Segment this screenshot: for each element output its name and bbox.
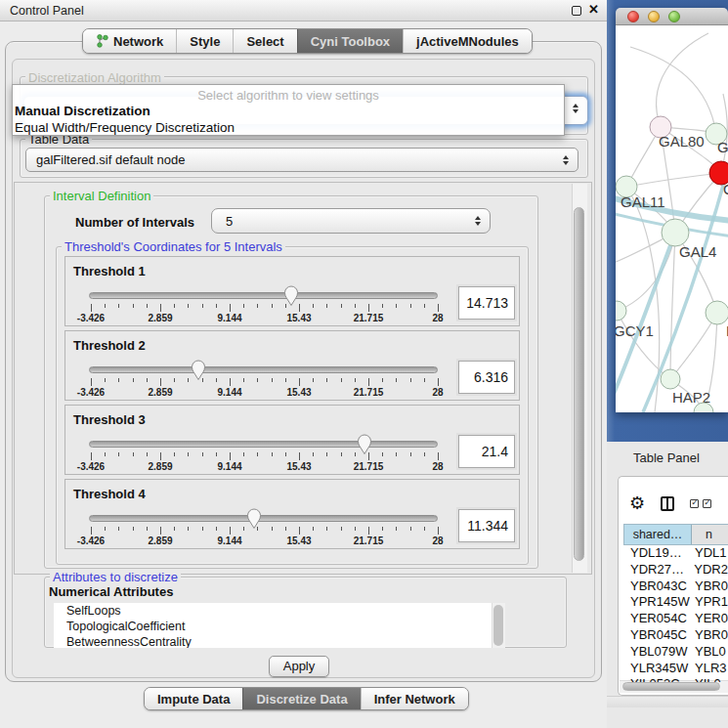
close-traffic-light-icon[interactable] [627, 11, 639, 22]
slider-tick [216, 378, 217, 382]
slider-tick [105, 304, 106, 308]
slider-thumb[interactable] [283, 284, 299, 307]
network-node-hap2[interactable] [661, 369, 680, 389]
network-window[interactable]: GAL80GACGAL11GAL4GCY1HHAP2 [616, 8, 728, 412]
table-row[interactable]: YBR043CYBR0 [623, 578, 728, 595]
table-hscrollbar-thumb[interactable] [622, 682, 720, 691]
threshold-value-field[interactable]: 11.344 [458, 509, 515, 542]
slider-thumb[interactable] [246, 507, 262, 530]
network-node-gal4[interactable] [662, 219, 689, 246]
attribute-list-item[interactable]: SelfLoops [54, 603, 505, 619]
slider-track[interactable] [89, 292, 438, 299]
slider-tick [160, 527, 161, 535]
slider-tick [438, 378, 439, 386]
threshold-value-field[interactable]: 21.4 [458, 435, 515, 468]
attributes-scrollbar-thumb[interactable] [493, 605, 503, 646]
tab-infer-network[interactable]: Infer Network [361, 688, 468, 709]
split-columns-icon[interactable] [661, 496, 674, 511]
slider-thumb[interactable] [357, 433, 372, 455]
slider-thumb[interactable] [191, 359, 206, 381]
network-canvas[interactable]: GAL80GACGAL11GAL4GCY1HHAP2 [616, 25, 728, 412]
numerical-attributes-list[interactable]: SelfLoopsTopologicalCoefficientBetweenne… [54, 603, 505, 648]
slider-tick [133, 304, 134, 308]
attribute-list-item[interactable]: TopologicalCoefficient [54, 619, 505, 634]
table-cell[interactable]: YER054C [623, 611, 692, 627]
network-window-titlebar [616, 8, 728, 25]
table-cell[interactable]: YLR3 [692, 661, 728, 677]
table-row[interactable]: YLR345WYLR3 [623, 661, 728, 677]
slider-tick [174, 304, 175, 308]
table-data-combobox[interactable]: galFiltered.sif default node [25, 148, 578, 172]
table-cell[interactable]: YLR345W [623, 661, 692, 677]
tab-network[interactable]: Network [83, 29, 176, 53]
table-cell[interactable]: YBR043C [623, 578, 692, 595]
algorithm-group-title: Discretization Algorithm [25, 70, 164, 85]
tab-impute-data[interactable]: Impute Data [145, 688, 242, 709]
slider-track[interactable] [89, 366, 438, 373]
column-header-shared-name[interactable]: shared… [624, 525, 692, 544]
network-node-gcy1[interactable] [616, 301, 626, 321]
table-cell[interactable]: YDL1 [692, 545, 728, 562]
table-row[interactable]: YDR27…YDR2 [623, 562, 728, 578]
slider-track[interactable] [89, 441, 438, 448]
attribute-list-item[interactable]: BetweennessCentrality [54, 634, 505, 648]
slider-tick [118, 527, 119, 531]
table-cell[interactable]: YBL0 [692, 644, 728, 661]
checkbox-icon[interactable] [703, 499, 711, 508]
table-cell[interactable]: YPR145W [623, 594, 692, 611]
slider-tick [230, 527, 231, 535]
network-edge [626, 173, 721, 187]
gear-icon[interactable]: ⚙ [629, 494, 645, 512]
slider-tick [382, 304, 383, 308]
table-cell[interactable]: YBR0 [692, 627, 728, 644]
table-cell[interactable]: YBR0 [692, 578, 728, 595]
table-row[interactable]: YIL053CYIL0 [623, 676, 728, 682]
table-row[interactable]: YER054CYER0 [623, 611, 728, 627]
dropdown-item-equal-width[interactable]: Equal Width/Frequency Discretization [13, 119, 564, 136]
table-cell[interactable]: YDL19… [623, 545, 692, 562]
table-cell[interactable]: YIL0 [692, 676, 728, 682]
table-cell[interactable]: YIL053C [623, 676, 692, 682]
table-cell[interactable]: YER0 [692, 611, 728, 627]
tab-cyni-toolbox[interactable]: Cyni Toolbox [297, 29, 403, 53]
dropdown-item-manual[interactable]: Manual Discretization [13, 103, 564, 119]
slider-tick-label: -3.426 [69, 461, 112, 472]
network-node-h[interactable] [706, 301, 728, 324]
apply-button[interactable]: Apply [269, 656, 329, 677]
table-cell[interactable]: YBL079W [623, 644, 692, 661]
checkbox-icon[interactable] [690, 499, 699, 508]
tab-style[interactable]: Style [176, 29, 233, 53]
close-icon[interactable]: ✕ [588, 2, 599, 17]
settings-scrollbar-thumb[interactable] [574, 207, 584, 561]
node-attribute-table[interactable]: shared…nYDL19…YDL1YDR27…YDR2YBR043CYBR0Y… [623, 524, 728, 682]
numerical-attributes-label: Numerical Attributes [49, 584, 173, 599]
number-of-intervals-spinner[interactable]: 5 [211, 208, 491, 234]
threshold-value-field[interactable]: 6.316 [458, 361, 515, 394]
table-row[interactable]: YBR045CYBR0 [623, 627, 728, 644]
table-panel-toolbar: ⚙ [629, 491, 711, 516]
slider-tick [368, 378, 369, 386]
table-cell[interactable]: YDR27… [623, 562, 691, 578]
table-cell[interactable]: YPR1 [692, 594, 728, 611]
zoom-traffic-light-icon[interactable] [668, 11, 680, 22]
table-row[interactable]: YPR145WYPR1 [623, 594, 728, 611]
table-row[interactable]: YDL19…YDL1 [623, 545, 728, 562]
table-row[interactable]: YBL079WYBL0 [623, 644, 728, 661]
tab-discretize-data[interactable]: Discretize Data [242, 688, 360, 709]
slider-track[interactable] [89, 515, 438, 522]
slider-tick [133, 527, 134, 531]
dropdown-placeholder: Select algorithm to view settings [13, 88, 564, 103]
slider-tick [91, 452, 92, 460]
table-cell[interactable]: YDR2 [691, 562, 728, 578]
minimize-traffic-light-icon[interactable] [648, 11, 660, 22]
tab-jactivemnodules[interactable]: jActiveMNodules [403, 29, 532, 53]
tab-select[interactable]: Select [233, 29, 296, 53]
slider-tick-label: 15.43 [278, 535, 321, 546]
table-cell[interactable]: YBR045C [623, 627, 692, 644]
slider-tick [326, 527, 327, 531]
column-header-name[interactable]: n [692, 525, 728, 544]
threshold-value-field[interactable]: 14.713 [458, 286, 515, 320]
slider-tick-label: 9.144 [208, 313, 251, 323]
float-window-icon[interactable] [572, 6, 581, 16]
checkbox-icons[interactable] [690, 499, 711, 508]
